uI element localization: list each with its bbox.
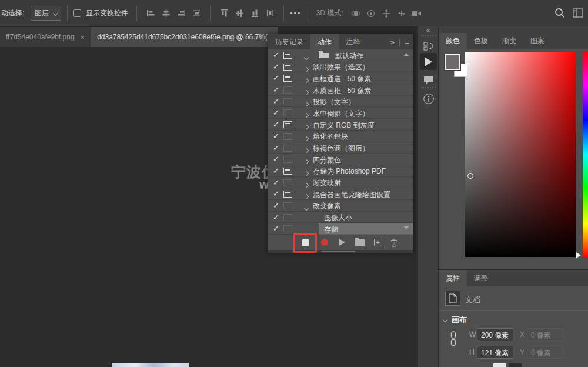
scroll-up-arrow[interactable] [403,53,409,56]
dialog-toggle[interactable] [283,179,292,186]
dock-drag-handle[interactable] [421,35,436,36]
hue-slider[interactable] [583,52,588,257]
workspace-icon[interactable] [573,8,583,18]
chevron-right-icon[interactable] [305,157,308,165]
dialog-toggle[interactable] [283,109,292,116]
item-check-toggle[interactable]: ✓ [273,132,279,141]
color-tab-颜色[interactable]: 颜色 [439,33,467,49]
action-row[interactable]: ✓画框通道 - 50 像素 [268,72,413,84]
y-field[interactable]: 0 像素 [527,346,563,359]
action-row[interactable]: ✓四分颜色 [268,154,413,165]
width-field[interactable]: 200 像素 [477,328,513,341]
chevron-right-icon[interactable] [305,122,308,131]
height-field[interactable]: 121 像素 [477,346,513,359]
item-check-toggle[interactable]: ✓ [273,224,279,233]
dialog-toggle[interactable] [283,168,292,175]
align-top-edges-icon[interactable] [216,6,232,21]
3d-roll-icon[interactable] [363,6,379,21]
color-picker-marker[interactable] [467,173,473,179]
play-button[interactable] [335,235,349,249]
chevron-down-icon[interactable] [305,203,308,212]
action-row[interactable]: ✓自定义 RGB 到灰度 [268,119,413,131]
item-check-toggle[interactable]: ✓ [273,213,279,222]
chevron-down-icon[interactable] [305,53,308,61]
dialog-toggle[interactable] [283,214,292,221]
dialog-toggle[interactable] [283,75,292,82]
canvas-color-swatch[interactable] [493,363,506,367]
tab-close-icon[interactable]: × [81,33,85,42]
action-row[interactable]: ✓渐变映射 [268,177,413,189]
properties-tab-属性[interactable]: 属性 [439,270,467,286]
dialog-toggle[interactable] [283,156,292,163]
delete-button[interactable] [387,235,401,249]
document-tab-2[interactable]: dd3a785425d41d675bc2d031e608ef6e.png @ 6… [91,27,278,47]
chevron-right-icon[interactable] [305,146,308,154]
align-left-edges-icon[interactable] [143,6,158,21]
color-tab-渐变[interactable]: 渐变 [495,33,523,49]
link-dimensions-icon[interactable] [449,331,457,346]
item-check-toggle[interactable]: ✓ [273,51,279,59]
distribute-vertical-centers-icon[interactable] [189,6,204,21]
align-horizontal-centers-icon[interactable] [232,6,247,21]
action-row[interactable]: ✓熔化的铅块 [268,131,413,142]
panel-expand-icon[interactable]: » [390,38,395,46]
item-check-toggle[interactable]: ✓ [273,120,279,129]
document-tab-1[interactable]: ff7d54e040afe9bf.png× [0,27,91,47]
item-check-toggle[interactable]: ✓ [273,85,279,94]
3d-orbit-icon[interactable] [348,6,363,21]
foreground-color-swatch[interactable] [445,54,460,70]
document-type-button[interactable] [445,291,460,306]
actions-tab-注释[interactable]: 注释 [339,34,367,49]
action-row[interactable]: ✓棕褐色调（图层） [268,142,413,154]
actions-tab-动作[interactable]: 动作 [310,34,339,49]
dialog-toggle[interactable] [283,145,292,152]
3d-camera-icon[interactable] [409,6,425,21]
chevron-right-icon[interactable] [305,88,308,96]
actions-tab-历史记录[interactable]: 历史记录 [268,34,310,49]
align-right-edges-icon[interactable] [173,6,189,21]
dialog-toggle[interactable] [283,52,292,59]
action-row[interactable]: ✓木质画框 - 50 像素 [268,84,413,96]
new-set-button[interactable] [352,235,366,249]
notes-panel-icon[interactable] [420,73,437,88]
3d-slide-icon[interactable] [394,6,409,21]
show-transform-checkbox[interactable] [74,9,81,17]
dialog-toggle[interactable] [283,86,292,94]
new-action-button[interactable]: + [371,235,385,249]
chevron-right-icon[interactable] [305,134,308,142]
chevron-right-icon[interactable] [305,181,308,189]
collapse-panels-icon[interactable]: « [418,26,438,34]
info-panel-icon[interactable] [420,91,437,106]
dialog-toggle[interactable] [283,121,292,128]
item-check-toggle[interactable]: ✓ [273,189,279,198]
action-row[interactable]: ✓图像大小 [268,212,413,223]
item-check-toggle[interactable]: ✓ [273,155,279,164]
canvas-section-header[interactable]: 画布 [443,315,467,325]
align-bottom-edges-icon[interactable] [247,6,262,21]
scroll-down-arrow[interactable] [403,226,409,229]
dialog-toggle[interactable] [283,98,292,105]
item-check-toggle[interactable]: ✓ [273,74,279,82]
item-check-toggle[interactable]: ✓ [273,144,279,152]
color-tab-图案[interactable]: 图案 [523,33,552,49]
dialog-toggle[interactable] [283,64,292,71]
actions-panel-icon[interactable] [420,53,437,70]
dialog-toggle[interactable] [283,191,292,198]
action-row[interactable]: ✓淡出效果（选区） [268,61,413,73]
chevron-right-icon[interactable] [305,192,308,200]
hue-slider-indicator[interactable] [576,252,581,258]
horizontal-scrollbar-thumb[interactable] [321,251,355,252]
action-set-row[interactable]: ✓默认动作 [268,49,413,61]
chevron-right-icon[interactable] [305,169,308,177]
action-row[interactable]: ✓投影（文字） [268,96,413,108]
dialog-toggle[interactable] [283,225,292,232]
item-check-toggle[interactable]: ✓ [273,62,279,71]
dialog-toggle[interactable] [283,133,292,140]
more-options-icon[interactable]: ••• [290,9,302,18]
item-check-toggle[interactable]: ✓ [273,108,279,117]
action-row[interactable]: ✓改变像素 [268,200,413,212]
auto-select-dropdown[interactable]: 图层 [31,6,61,21]
history-panel-icon[interactable] [420,39,437,54]
3d-pan-icon[interactable] [379,6,394,21]
x-field[interactable]: 0 像素 [527,328,563,341]
